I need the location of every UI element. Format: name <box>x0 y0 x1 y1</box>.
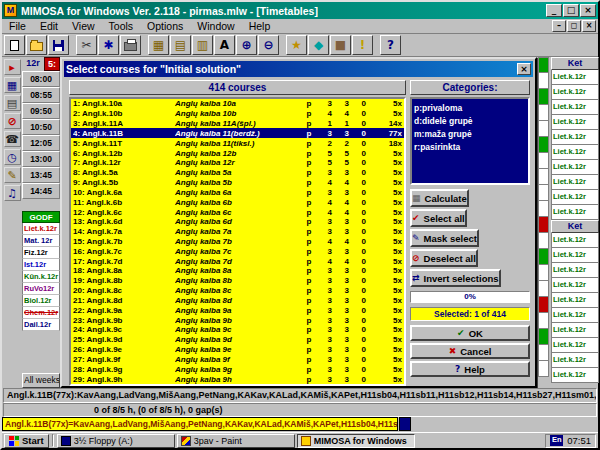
print-button[interactable] <box>120 35 141 55</box>
phone-icon[interactable]: ☎ <box>4 131 21 147</box>
mdi-minimize-button[interactable]: – <box>552 20 566 32</box>
help-button[interactable]: ? <box>380 35 401 55</box>
lesson-cell[interactable]: Liet.k.12r <box>551 175 599 190</box>
subject-item[interactable]: Ist.12r <box>22 259 60 271</box>
course-row[interactable]: 1: Angl.k.10aAnglų kalba 10ap3305x <box>71 99 404 109</box>
mdi-restore-button[interactable]: ◻ <box>567 20 581 32</box>
lesson-cell[interactable]: Liet.k.12r <box>551 205 599 220</box>
music-icon[interactable]: ♫ <box>4 185 21 201</box>
timetable-day-cell[interactable] <box>538 297 549 313</box>
open-button[interactable] <box>26 35 47 55</box>
course-row[interactable]: 16: Angl.k.7cAnglų kalba 7cp3305x <box>71 246 404 256</box>
course-row[interactable]: 9: Angl.k.5bAnglų kalba 5bp4405x <box>71 178 404 188</box>
app-icon[interactable]: M <box>4 4 17 17</box>
time-slot[interactable]: 10:50 <box>22 119 60 135</box>
timetable-day-cell[interactable] <box>538 137 549 153</box>
timetable-day-cell[interactable] <box>538 89 549 105</box>
timetable-day-cell[interactable] <box>538 201 549 217</box>
lesson-cell[interactable]: Liet.k.12r <box>551 190 599 205</box>
timetable-day-cell[interactable] <box>538 57 549 73</box>
menu-item-options[interactable]: Options <box>140 20 190 32</box>
course-row[interactable]: 7: Angl.k.12rAnglų kalba 12rp5505x <box>71 158 404 168</box>
menu-item-view[interactable]: View <box>65 20 102 32</box>
lesson-cell[interactable]: Liet.k.12r <box>551 115 599 130</box>
course-row[interactable]: 20: Angl.k.8cAnglų kalba 8cp3305x <box>71 286 404 296</box>
lesson-cell[interactable]: Liet.k.12r <box>551 100 599 115</box>
taskbar-task[interactable]: 3pav - Paint <box>177 434 295 448</box>
course-row[interactable]: 14: Angl.k.7aAnglų kalba 7ap3305x <box>71 227 404 237</box>
timetable-day-cell[interactable] <box>538 249 549 265</box>
subject-item[interactable]: Mat. 12r <box>22 235 60 247</box>
menu-item-help[interactable]: Help <box>242 20 278 32</box>
lesson-cell[interactable]: Liet.k.12r <box>551 353 599 368</box>
course-row[interactable]: 17: Angl.k.7dAnglų kalba 7dp4405x <box>71 256 404 266</box>
grid-icon[interactable]: ▦ <box>4 77 21 93</box>
timetable-day-cell[interactable] <box>538 345 549 361</box>
menu-item-tools[interactable]: Tools <box>102 20 141 32</box>
calculate-button[interactable]: ▦Calculate <box>410 189 469 207</box>
font-button[interactable]: A <box>214 35 235 55</box>
timetable-view-button[interactable]: ▦ <box>148 35 169 55</box>
course-row[interactable]: 27: Angl.k.9fAnglų kalba 9fp3305x <box>71 355 404 365</box>
time-slot[interactable]: 13:00 <box>22 151 60 167</box>
course-row[interactable]: 13: Angl.k.6dAnglų kalba 6dp3305x <box>71 217 404 227</box>
menu-item-file[interactable]: File <box>2 20 33 32</box>
lesson-cell[interactable]: Liet.k.12r <box>551 368 599 383</box>
deselect-all-button[interactable]: ⊘Deselect all <box>410 249 478 267</box>
course-row[interactable]: 19: Angl.k.8bAnglų kalba 8bp3305x <box>71 276 404 286</box>
course-row[interactable]: 5: Angl.k.11TAnglų kalba 11(tiksl.)p2201… <box>71 138 404 148</box>
course-row[interactable]: 8: Angl.k.5aAnglų kalba 5ap3305x <box>71 168 404 178</box>
select-all-button[interactable]: ✔Select all <box>410 209 467 227</box>
lesson-cell[interactable]: Liet.k.12r <box>551 85 599 100</box>
mask-select-button[interactable]: ✎Mask select <box>410 229 479 247</box>
new-button[interactable] <box>4 35 25 55</box>
tools-button[interactable]: ✱ <box>98 35 119 55</box>
lesson-cell[interactable]: Liet.k.12r <box>551 278 599 293</box>
cursor-icon[interactable]: ▸ <box>4 59 21 75</box>
lesson-cell[interactable]: Liet.k.12r <box>551 323 599 338</box>
zoom-out-button[interactable]: ⊖ <box>258 35 279 55</box>
subject-item[interactable]: Biol.12r <box>22 295 60 307</box>
timetable-day-cell[interactable] <box>538 105 549 121</box>
subject-item[interactable]: Liet.k.12r <box>22 223 60 235</box>
course-row[interactable]: 25: Angl.k.9dAnglų kalba 9dp3305x <box>71 335 404 345</box>
course-row[interactable]: 10: Angl.k.6aAnglų kalba 6ap3305x <box>71 187 404 197</box>
course-row[interactable]: 2: Angl.k.10bAnglų kalba 10bp4405x <box>71 109 404 119</box>
clock-icon[interactable]: ◷ <box>4 149 21 165</box>
course-row[interactable]: 3: Angl.k.11AAnglų kalba 11A(špl.)p11014… <box>71 119 404 129</box>
courses-view-button[interactable]: ▤ <box>170 35 191 55</box>
course-row[interactable]: 18: Angl.k.8aAnglų kalba 8ap3305x <box>71 266 404 276</box>
lesson-cell[interactable]: Liet.k.12r <box>551 293 599 308</box>
lesson-cell[interactable]: Liet.k.12r <box>551 70 599 85</box>
menu-item-window[interactable]: Window <box>190 20 241 32</box>
course-row[interactable]: 11: Angl.k.6bAnglų kalba 6bp4405x <box>71 197 404 207</box>
taskbar-task[interactable]: MIMOSA for Windows <box>297 434 415 448</box>
lesson-cell[interactable]: Liet.k.12r <box>551 308 599 323</box>
hint-button[interactable]: ! <box>352 35 373 55</box>
subject-item[interactable]: Fiz.12r <box>22 247 60 259</box>
save-button[interactable] <box>48 35 69 55</box>
language-indicator[interactable]: En <box>550 435 563 446</box>
time-slot[interactable]: 12:05 <box>22 135 60 151</box>
lesson-cell[interactable]: Liet.k.12r <box>551 248 599 263</box>
dialog-close-icon[interactable]: × <box>517 63 531 75</box>
course-row[interactable]: 29: Angl.k.9hAnglų kalba 9hp3305x <box>71 374 404 384</box>
timetable-day-cell[interactable] <box>538 361 549 377</box>
subject-item[interactable]: RuVo12r <box>22 283 60 295</box>
course-list[interactable]: 1: Angl.k.10aAnglų kalba 10ap3305x2: Ang… <box>69 97 406 386</box>
timetable-day-cell[interactable] <box>538 73 549 89</box>
timetable-day-cell[interactable] <box>538 185 549 201</box>
course-row[interactable]: 4: Angl.k.11BAnglų kalba 11(berdž.)p3307… <box>71 128 404 138</box>
pencil-icon[interactable]: ✎ <box>4 167 21 183</box>
lesson-cell[interactable]: Liet.k.12r <box>551 233 599 248</box>
subject-item[interactable]: Dail.12r <box>22 319 60 331</box>
course-row[interactable]: 24: Angl.k.9cAnglų kalba 9cp3305x <box>71 325 404 335</box>
timetable-day-cell[interactable] <box>538 169 549 185</box>
lesson-cell[interactable]: Liet.k.12r <box>551 160 599 175</box>
mdi-close-button[interactable]: × <box>582 20 596 32</box>
lesson-cell[interactable]: Liet.k.12r <box>551 130 599 145</box>
course-row[interactable]: 23: Angl.k.9bAnglų kalba 9bp3305x <box>71 315 404 325</box>
lesson-cell[interactable]: Liet.k.12r <box>551 338 599 353</box>
time-slot[interactable]: 13:45 <box>22 167 60 183</box>
close-button[interactable]: × <box>580 4 596 17</box>
